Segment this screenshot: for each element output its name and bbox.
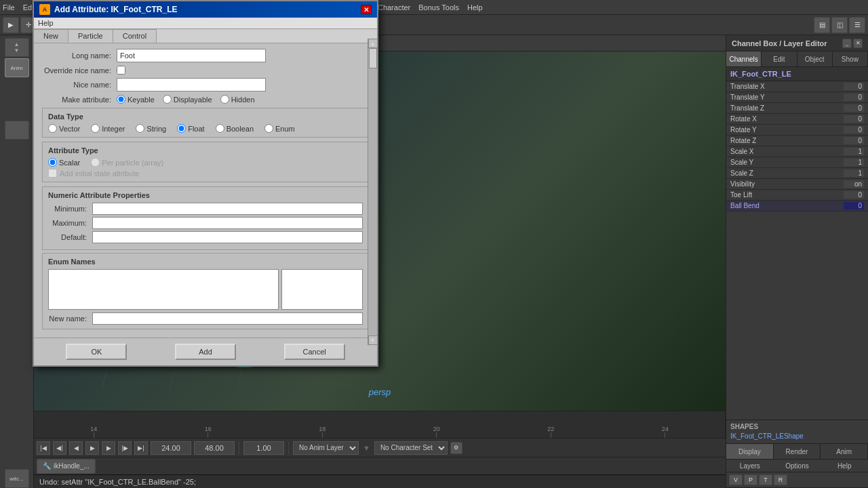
end-frame-input[interactable]	[194, 441, 235, 455]
radio-keyable[interactable]: Keyable	[117, 95, 155, 104]
add-button[interactable]: Add	[175, 344, 236, 360]
radio-float-input[interactable]	[177, 124, 186, 133]
radio-hidden[interactable]: Hidden	[220, 95, 255, 104]
dialog-close-btn[interactable]: ✕	[361, 5, 372, 14]
layers-opt[interactable]: Layers	[726, 460, 774, 472]
dialog-tab-control[interactable]: Control	[113, 29, 157, 43]
tab-channels[interactable]: Channels	[726, 52, 762, 66]
radio-integer-input[interactable]	[91, 124, 100, 133]
radio-displayable[interactable]: Displayable	[163, 95, 212, 104]
radio-scalar[interactable]: Scalar	[48, 158, 80, 167]
scroll-thumb[interactable]	[369, 48, 377, 68]
radio-keyable-input[interactable]	[117, 95, 125, 104]
transport-end[interactable]: ▶|	[134, 441, 148, 455]
transport-start[interactable]: |◀	[37, 441, 50, 455]
radio-string-input[interactable]	[136, 124, 144, 133]
radio-vector-input[interactable]	[48, 124, 57, 133]
long-name-input[interactable]	[117, 49, 266, 62]
panel-min-btn[interactable]: _	[842, 39, 852, 48]
timeline-ruler[interactable]: 14 16 18 20	[34, 411, 726, 438]
tab-object[interactable]: Object	[797, 52, 833, 66]
scroll-down-btn[interactable]: ▼	[368, 336, 378, 345]
radio-hidden-input[interactable]	[220, 95, 229, 104]
channel-visibility[interactable]: Visibility on	[726, 179, 868, 190]
char-set-select[interactable]: No Character Set	[374, 441, 448, 455]
radio-boolean-input[interactable]	[216, 124, 224, 133]
menu-character[interactable]: Character	[378, 3, 410, 12]
current-frame-input[interactable]	[151, 441, 191, 455]
new-name-input[interactable]	[92, 312, 363, 325]
transport-next[interactable]: ▶	[102, 441, 115, 455]
tool-outliner[interactable]: ☰	[849, 17, 865, 33]
anim-layer-select[interactable]: No Anim Layer	[293, 441, 359, 455]
transport-prev-key[interactable]: ◀|	[53, 441, 66, 455]
radio-per-particle-input[interactable]	[91, 158, 100, 167]
channel-translate-z[interactable]: Translate Z 0	[726, 103, 868, 114]
channel-rotate-z[interactable]: Rotate Z 0	[726, 136, 868, 146]
dialog-tab-new[interactable]: New	[34, 29, 68, 43]
sidebar-btn-witc[interactable]: witc...	[5, 469, 29, 488]
char-set-btn[interactable]: ⚙	[450, 442, 462, 454]
tool-channel-box[interactable]: ▤	[814, 17, 830, 33]
maximum-input[interactable]	[92, 217, 363, 229]
tool-attr-editor[interactable]: ◫	[831, 17, 848, 33]
help-opt[interactable]: Help	[821, 460, 868, 472]
channel-scale-y[interactable]: Scale Y 1	[726, 157, 868, 168]
tab-anim[interactable]: Anim	[821, 444, 868, 459]
transport-prev[interactable]: ◀	[69, 441, 83, 455]
menu-help[interactable]: Help	[467, 3, 483, 12]
layer-ico-4[interactable]: R	[774, 474, 787, 485]
radio-enum-input[interactable]	[264, 124, 273, 133]
channel-translate-y[interactable]: Translate Y 0	[726, 92, 868, 103]
panel-close-btn[interactable]: ✕	[853, 39, 863, 48]
menu-bonus-tools[interactable]: Bonus Tools	[418, 3, 459, 12]
channel-ball-bend[interactable]: Ball Bend 0	[726, 201, 868, 211]
playback-speed-input[interactable]	[243, 441, 284, 455]
nice-name-input[interactable]	[117, 78, 266, 92]
dialog-tab-particle[interactable]: Particle	[68, 29, 113, 43]
override-nice-checkbox[interactable]	[117, 66, 125, 75]
add-initial-state-cb[interactable]	[48, 169, 57, 178]
tab-render[interactable]: Render	[774, 444, 821, 459]
radio-vector[interactable]: Vector	[48, 124, 80, 133]
layer-ico-1[interactable]: V	[729, 474, 743, 485]
ok-button[interactable]: OK	[66, 344, 127, 360]
dialog-overlay: A Add Attribute: IK_Foot_CTR_LE ✕ Help N…	[0, 0, 380, 393]
scroll-track[interactable]	[369, 48, 377, 336]
dialog-menu-help[interactable]: Help	[38, 19, 54, 27]
channel-scale-z[interactable]: Scale Z 1	[726, 168, 868, 179]
task-ikhandle[interactable]: 🔧 ikHandle_...	[37, 459, 96, 474]
radio-string[interactable]: String	[136, 124, 166, 133]
channel-translate-x[interactable]: Translate X 0	[726, 81, 868, 92]
radio-displayable-input[interactable]	[163, 95, 172, 104]
cancel-button[interactable]: Cancel	[284, 344, 345, 360]
radio-integer[interactable]: Integer	[91, 124, 125, 133]
dialog-title-bar[interactable]: A Add Attribute: IK_Foot_CTR_LE ✕	[34, 1, 377, 18]
channel-rotate-x[interactable]: Rotate X 0	[726, 114, 868, 125]
shape-name[interactable]: IK_Foot_CTR_LEShape	[730, 432, 864, 441]
enum-list[interactable]	[48, 269, 279, 310]
layer-ico-3[interactable]: T	[759, 474, 772, 485]
layer-ico-2[interactable]: P	[744, 474, 757, 485]
radio-scalar-input[interactable]	[48, 158, 57, 167]
options-opt[interactable]: Options	[774, 460, 821, 472]
transport-play[interactable]: ▶	[85, 441, 99, 455]
tab-show[interactable]: Show	[833, 52, 868, 66]
radio-boolean[interactable]: Boolean	[216, 124, 254, 133]
scroll-up-btn[interactable]: ▲	[368, 39, 378, 48]
tab-display[interactable]: Display	[726, 444, 774, 459]
default-input[interactable]	[92, 231, 363, 243]
channel-rotate-y[interactable]: Rotate Y 0	[726, 125, 868, 136]
minimum-input[interactable]	[92, 203, 363, 215]
tab-edit[interactable]: Edit	[762, 52, 797, 66]
channel-scale-x[interactable]: Scale X 1	[726, 146, 868, 157]
dialog-scrollbar[interactable]: ▲ ▼	[368, 39, 377, 345]
override-nice-row: Override nice name:	[42, 66, 369, 75]
add-initial-state-row[interactable]: Add initial state attribute	[48, 169, 363, 178]
radio-per-particle[interactable]: Per particle (array)	[91, 158, 163, 167]
radio-float[interactable]: Float	[177, 124, 204, 133]
object-name-label: IK_Foot_CTR_LE	[730, 70, 791, 78]
channel-toe-lift[interactable]: Toe Lift 0	[726, 190, 868, 201]
radio-enum[interactable]: Enum	[264, 124, 295, 133]
transport-next-key[interactable]: |▶	[118, 441, 132, 455]
